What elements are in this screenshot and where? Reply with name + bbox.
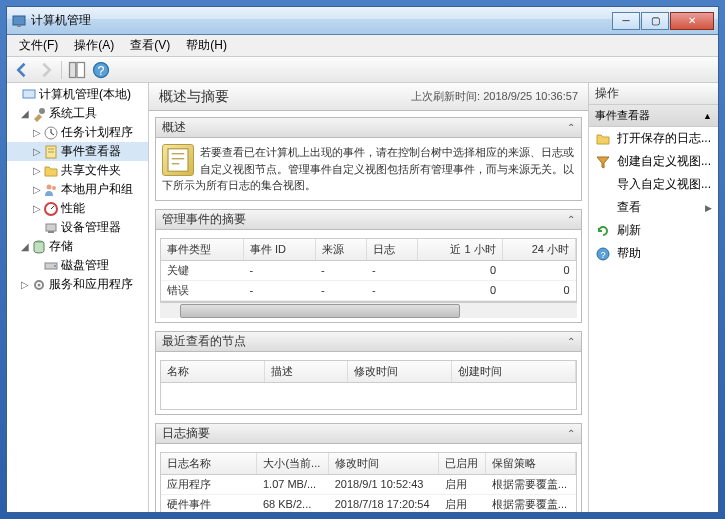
- logsum-header[interactable]: 日志摘要⌃: [156, 424, 581, 444]
- expand-icon[interactable]: ▷: [31, 127, 43, 138]
- action-view[interactable]: 查看▶: [589, 196, 718, 219]
- show-hide-icon[interactable]: [66, 59, 88, 81]
- help-icon[interactable]: ?: [90, 59, 112, 81]
- tree-shared-folders[interactable]: ▷共享文件夹: [7, 161, 148, 180]
- col-src[interactable]: 来源: [315, 239, 366, 261]
- tree-root[interactable]: 计算机管理(本地): [7, 85, 148, 104]
- col-mod[interactable]: 修改时间: [329, 453, 439, 475]
- minimize-button[interactable]: ─: [612, 12, 640, 30]
- tree-disk-management[interactable]: 磁盘管理: [7, 256, 148, 275]
- collapse-icon[interactable]: ⌃: [567, 122, 575, 133]
- table-row[interactable]: 错误---00: [161, 280, 576, 300]
- action-create-custom[interactable]: 创建自定义视图...: [589, 150, 718, 173]
- recent-header[interactable]: 最近查看的节点⌃: [156, 332, 581, 352]
- tree-device-manager[interactable]: 设备管理器: [7, 218, 148, 237]
- svg-point-12: [47, 184, 52, 189]
- col-id[interactable]: 事件 ID: [243, 239, 315, 261]
- body: 计算机管理(本地) ◢系统工具 ▷任务计划程序 ▷事件查看器 ▷共享文件夹 ▷本…: [7, 83, 718, 512]
- tools-icon: [31, 106, 47, 122]
- table-row[interactable]: 应用程序1.07 MB/...2018/9/1 10:52:43启用根据需要覆盖…: [161, 474, 576, 494]
- collapse-icon[interactable]: ◢: [19, 108, 31, 119]
- col-size[interactable]: 大小(当前...: [257, 453, 329, 475]
- expand-icon[interactable]: ▷: [31, 184, 43, 195]
- summary-table[interactable]: 事件类型 事件 ID 来源 日志 近 1 小时 24 小时 关键---00 错误: [161, 239, 576, 301]
- svg-point-21: [38, 283, 41, 286]
- close-button[interactable]: ✕: [670, 12, 714, 30]
- recent-table[interactable]: 名称 描述 修改时间 创建时间: [161, 361, 576, 383]
- col-mod[interactable]: 修改时间: [348, 361, 452, 383]
- collapse-icon[interactable]: ⌃: [567, 214, 575, 225]
- svg-text:?: ?: [600, 250, 605, 260]
- col-enabled[interactable]: 已启用: [439, 453, 486, 475]
- refresh-icon: [595, 223, 611, 239]
- h-scrollbar[interactable]: [160, 302, 577, 318]
- svg-text:?: ?: [98, 64, 105, 78]
- folder-share-icon: [43, 163, 59, 179]
- menu-help[interactable]: 帮助(H): [178, 35, 235, 56]
- table-row[interactable]: 硬件事件68 KB/2...2018/7/18 17:20:54启用根据需要覆盖…: [161, 494, 576, 512]
- filter-icon: [595, 154, 611, 170]
- tree-task-scheduler[interactable]: ▷任务计划程序: [7, 123, 148, 142]
- expand-icon[interactable]: ▷: [31, 165, 43, 176]
- expand-icon[interactable]: ▷: [31, 203, 43, 214]
- expand-icon[interactable]: ▷: [31, 146, 43, 157]
- summary-header[interactable]: 管理事件的摘要⌃: [156, 210, 581, 230]
- col-policy[interactable]: 保留策略: [486, 453, 576, 475]
- nav-tree[interactable]: 计算机管理(本地) ◢系统工具 ▷任务计划程序 ▷事件查看器 ▷共享文件夹 ▷本…: [7, 83, 149, 512]
- svg-rect-6: [23, 90, 35, 98]
- menu-action[interactable]: 操作(A): [66, 35, 122, 56]
- menu-view[interactable]: 查看(V): [122, 35, 178, 56]
- col-logname[interactable]: 日志名称: [161, 453, 257, 475]
- window-controls: ─ ▢ ✕: [612, 12, 714, 30]
- svg-point-7: [39, 108, 45, 114]
- main-header: 概述与摘要 上次刷新时间: 2018/9/25 10:36:57: [149, 83, 588, 111]
- tree-storage[interactable]: ◢存储: [7, 237, 148, 256]
- menu-file[interactable]: 文件(F): [11, 35, 66, 56]
- col-type[interactable]: 事件类型: [161, 239, 243, 261]
- main-pane: 概述与摘要 上次刷新时间: 2018/9/25 10:36:57 概述⌃ 若要查…: [149, 83, 588, 512]
- maximize-button[interactable]: ▢: [641, 12, 669, 30]
- col-h24[interactable]: 24 小时: [502, 239, 575, 261]
- col-create[interactable]: 创建时间: [451, 361, 575, 383]
- overview-section: 概述⌃ 若要查看已在计算机上出现的事件，请在控制台树中选择相应的来源、日志或自定…: [155, 117, 582, 201]
- svg-rect-16: [48, 231, 54, 233]
- table-row[interactable]: 关键---00: [161, 260, 576, 280]
- summary-section: 管理事件的摘要⌃ 事件类型 事件 ID 来源 日志 近 1 小时 24: [155, 209, 582, 323]
- col-log[interactable]: 日志: [366, 239, 417, 261]
- collapse-icon[interactable]: ⌃: [567, 336, 575, 347]
- actions-title: 操作: [589, 83, 718, 105]
- tree-system-tools[interactable]: ◢系统工具: [7, 104, 148, 123]
- tree-event-viewer[interactable]: ▷事件查看器: [7, 142, 148, 161]
- svg-rect-2: [70, 62, 76, 77]
- window-title: 计算机管理: [31, 12, 612, 29]
- svg-point-13: [52, 186, 56, 190]
- tree-local-users[interactable]: ▷本地用户和组: [7, 180, 148, 199]
- disk-icon: [43, 258, 59, 274]
- separator: [61, 61, 62, 79]
- action-open-saved[interactable]: 打开保存的日志...: [589, 127, 718, 150]
- titlebar[interactable]: 计算机管理 ─ ▢ ✕: [7, 7, 718, 35]
- svg-rect-3: [77, 62, 85, 77]
- actions-group[interactable]: 事件查看器▲: [589, 105, 718, 127]
- info-icon: [162, 144, 194, 176]
- collapse-icon[interactable]: ⌃: [567, 428, 575, 439]
- logsum-table[interactable]: 日志名称 大小(当前... 修改时间 已启用 保留策略 应用程序1.07 MB/…: [161, 453, 576, 513]
- main-content[interactable]: 概述⌃ 若要查看已在计算机上出现的事件，请在控制台树中选择相应的来源、日志或自定…: [149, 111, 588, 512]
- col-h1[interactable]: 近 1 小时: [417, 239, 502, 261]
- back-icon[interactable]: [11, 59, 33, 81]
- action-help[interactable]: ?帮助: [589, 242, 718, 265]
- tree-performance[interactable]: ▷性能: [7, 199, 148, 218]
- storage-icon: [31, 239, 47, 255]
- action-refresh[interactable]: 刷新: [589, 219, 718, 242]
- tree-services-apps[interactable]: ▷服务和应用程序: [7, 275, 148, 294]
- col-desc[interactable]: 描述: [265, 361, 348, 383]
- collapse-icon[interactable]: ◢: [19, 241, 31, 252]
- col-name[interactable]: 名称: [161, 361, 265, 383]
- recent-section: 最近查看的节点⌃ 名称 描述 修改时间 创建时间: [155, 331, 582, 415]
- overview-header[interactable]: 概述⌃: [156, 118, 581, 138]
- forward-icon[interactable]: [35, 59, 57, 81]
- action-import-custom[interactable]: 导入自定义视图...: [589, 173, 718, 196]
- refresh-timestamp: 上次刷新时间: 2018/9/25 10:36:57: [411, 89, 578, 104]
- page-title: 概述与摘要: [159, 88, 411, 106]
- expand-icon[interactable]: ▷: [19, 279, 31, 290]
